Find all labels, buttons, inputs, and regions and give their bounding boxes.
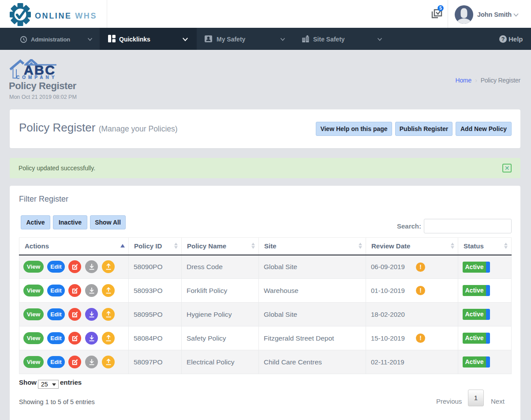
svg-text:COMPANY: COMPANY bbox=[16, 75, 56, 79]
svg-text:5: 5 bbox=[439, 6, 442, 11]
svg-text:?: ? bbox=[501, 36, 505, 42]
